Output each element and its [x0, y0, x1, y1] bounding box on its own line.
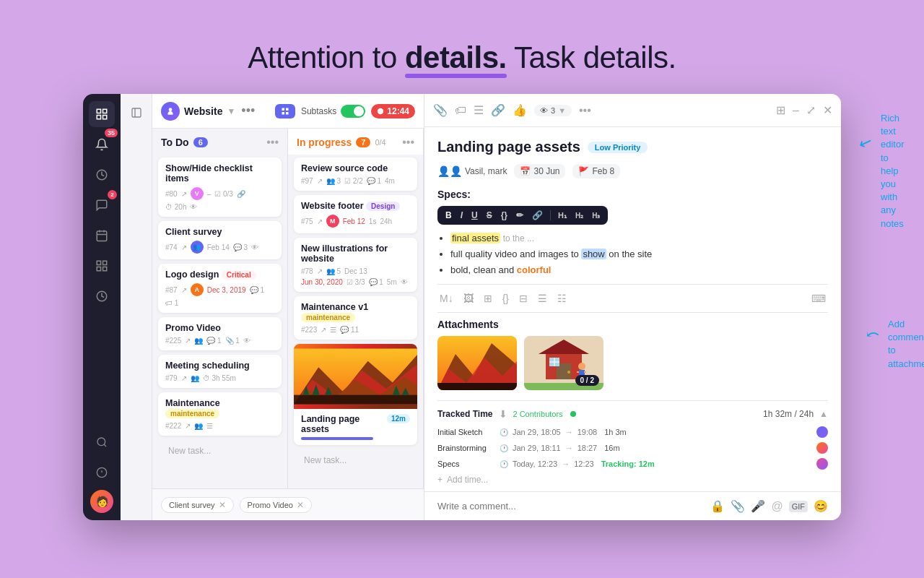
minimize-icon[interactable]: – — [793, 104, 799, 117]
filter-chip-client-survey[interactable]: Client survey ✕ — [161, 497, 234, 513]
tracked-section: Tracked Time ⬇ 2 Contributors 1h 32m / 2… — [437, 400, 828, 491]
svg-rect-2 — [103, 116, 107, 119]
task-card-image[interactable]: 12m Landing page assets — [294, 344, 417, 445]
sidebar-icon-chat[interactable]: 2 — [89, 192, 115, 218]
code-block-icon[interactable]: {} — [500, 290, 511, 306]
paperclip-icon[interactable]: 📎 — [433, 103, 448, 117]
image-icon[interactable]: 🖼 — [461, 290, 476, 306]
task-card[interactable]: Show/Hide checklist items #80 ↗ V – ☑ 0/… — [158, 158, 282, 217]
task-card[interactable]: Maintenance v1 maintenance #223 ↗ ☰ 💬 11 — [294, 296, 417, 340]
sidebar-icon-grid[interactable] — [89, 253, 115, 279]
svg-rect-40 — [437, 383, 517, 390]
sidebar-icon-circle[interactable] — [89, 162, 115, 188]
detail-body: Landing page assets Low Priority 👤👤 Vasi… — [424, 127, 841, 491]
collapse-tracked-icon[interactable]: ▲ — [819, 409, 828, 419]
svg-rect-0 — [97, 109, 100, 113]
todo-column-menu[interactable]: ••• — [266, 136, 279, 149]
sidebar-icon-timer[interactable] — [89, 283, 115, 309]
gif-icon[interactable]: GIF — [789, 501, 808, 512]
thumb-icon[interactable]: 👍 — [513, 103, 527, 117]
svg-rect-19 — [132, 108, 141, 117]
sidebar-icon-calendar[interactable] — [89, 223, 115, 249]
task-card[interactable]: Meeting scheduling #79 ↗ 👥 ⏱ 3h 55m — [158, 355, 282, 388]
table-icon[interactable]: ⊞ — [481, 290, 494, 306]
attachment-thumb-2[interactable]: 0 / 2 — [524, 336, 603, 390]
ordered-list-icon[interactable]: ☷ — [555, 290, 569, 306]
task-card[interactable]: Website footer Design #75 ↗ M Feb 12 1s … — [294, 195, 417, 233]
h3-button[interactable]: H₃ — [588, 210, 603, 221]
inprogress-column-count: 7 — [356, 137, 370, 147]
keyboard-icon[interactable]: ⌨ — [809, 290, 828, 306]
topbar-more-menu[interactable]: ••• — [241, 103, 255, 118]
task-card[interactable]: Maintenance maintenance #222 ↗ 👥 ☰ — [158, 392, 282, 436]
strikethrough-button[interactable]: S — [483, 209, 496, 222]
sidebar-icon-help[interactable] — [89, 460, 115, 486]
subtasks-switch[interactable] — [341, 105, 365, 118]
subtasks-toggle: Subtasks — [301, 105, 365, 118]
svg-point-21 — [169, 108, 173, 111]
svg-point-14 — [97, 438, 105, 446]
task-card[interactable]: Logo design Critical #87 ↗ A Dec 3, 2019… — [158, 264, 282, 313]
new-task-button[interactable]: New task... — [161, 441, 279, 460]
grid-icon[interactable]: ⊟ — [517, 290, 530, 306]
new-task-inprogress-button[interactable]: New task... — [297, 451, 414, 470]
priority-badge: Low Priority — [588, 142, 648, 153]
detail-panel: 📎 🏷 ☰ 🔗 👍 👁 3 ▼ ••• ⊞ – ⤢ ✕ — [424, 94, 841, 520]
svg-rect-12 — [97, 267, 100, 271]
emoji-icon[interactable]: 😊 — [814, 499, 828, 513]
filter-chip-promo-video[interactable]: Promo Video ✕ — [240, 497, 312, 513]
h1-button[interactable]: H₁ — [554, 210, 570, 222]
attach-comment-icon[interactable]: 📎 — [731, 499, 745, 513]
sidebar-icon-bell[interactable]: 35 — [89, 131, 115, 158]
split-view-icon[interactable]: ⊞ — [776, 103, 785, 117]
task-card[interactable]: Review source code #97 ↗ 👥 3 ☑ 2/2 💬 1 4… — [294, 158, 417, 191]
list-icon[interactable]: ☰ — [474, 103, 484, 117]
attachments-label: Attachments — [437, 319, 828, 330]
more-options-icon[interactable]: ••• — [579, 104, 591, 117]
bold-button[interactable]: B — [442, 209, 456, 222]
user-avatar[interactable]: 🧑 — [90, 490, 113, 513]
download-icon[interactable]: ⬇ — [499, 408, 507, 420]
remove-filter-promo-video[interactable]: ✕ — [297, 500, 304, 510]
detail-toolbar: 📎 🏷 ☰ 🔗 👍 👁 3 ▼ ••• ⊞ – ⤢ ✕ — [424, 94, 841, 127]
specs-heading: Specs: — [437, 189, 828, 200]
task-image — [294, 344, 417, 409]
italic-button[interactable]: I — [457, 209, 466, 222]
view-toggle[interactable] — [275, 104, 295, 118]
link-button[interactable]: 🔗 — [528, 209, 546, 222]
close-icon[interactable]: ✕ — [823, 103, 832, 117]
svg-point-45 — [567, 371, 570, 374]
time-entry: Specs 🕐 Today, 12:23 → 12:23 Tracking: 1… — [437, 456, 828, 472]
expand-icon[interactable]: ⤢ — [806, 103, 816, 117]
nav-icon-sidebar[interactable] — [125, 101, 148, 124]
svg-rect-31 — [294, 395, 417, 405]
columns-container: To Do 6 ••• Show/Hide checklist items #8… — [152, 129, 424, 488]
underline-button[interactable]: U — [468, 209, 481, 222]
sidebar-icon-layout[interactable] — [89, 101, 115, 127]
code-button[interactable]: {} — [497, 209, 511, 222]
lock-icon[interactable]: 🔒 — [710, 499, 725, 513]
task-card[interactable]: Client survey #74 ↗ 👥 Feb 14 💬 3 👁 — [158, 221, 282, 259]
sidebar-icon-search[interactable] — [89, 429, 115, 455]
mention-icon[interactable]: @ — [771, 500, 783, 513]
link-icon[interactable]: 🔗 — [491, 103, 505, 117]
remove-filter-client-survey[interactable]: ✕ — [219, 500, 226, 510]
markdown-icon[interactable]: M↓ — [437, 290, 456, 306]
task-card[interactable]: Promo Video #225 ↗ 👥 💬 1 📎 1 👁 — [158, 317, 282, 350]
svg-rect-5 — [97, 231, 107, 241]
highlight-button[interactable]: ✏ — [513, 209, 527, 222]
tag-icon[interactable]: 🏷 — [455, 104, 466, 117]
mic-icon[interactable]: 🎤 — [751, 499, 765, 513]
main-panel: Website ▼ ••• Subtasks — [121, 94, 841, 520]
svg-rect-11 — [103, 267, 107, 271]
inprogress-column-menu[interactable]: ••• — [402, 136, 414, 149]
task-card[interactable]: New illustrations for website #78 ↗ 👥 5 … — [294, 238, 417, 292]
add-time-button[interactable]: + Add time... — [437, 472, 828, 488]
inprogress-column-header: In progress 7 0/4 ••• — [288, 129, 423, 155]
specs-list: final assets to the ... full quality vid… — [450, 230, 828, 278]
comment-input[interactable] — [437, 501, 705, 512]
h2-button[interactable]: H₂ — [572, 210, 587, 221]
workspace-selector[interactable]: Website ▼ — [161, 102, 235, 121]
list-format-icon[interactable]: ☰ — [536, 290, 549, 306]
attachment-thumb-1[interactable] — [437, 336, 517, 390]
